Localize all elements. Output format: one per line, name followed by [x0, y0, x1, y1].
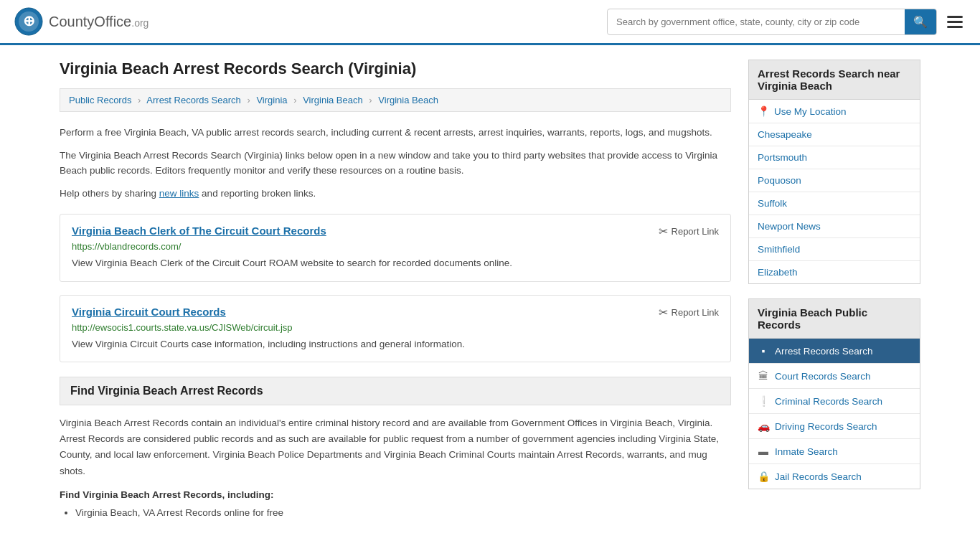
sidebar-nearby-newport-news[interactable]: Newport News [749, 215, 920, 238]
menu-button[interactable] [944, 13, 966, 31]
record-url-0[interactable]: https://vblandrecords.com/ [72, 241, 719, 252]
search-input[interactable] [608, 11, 905, 33]
sidebar-public-records-section: Virginia Beach Public Records ▪ Arrest R… [748, 298, 920, 489]
sep-1: › [138, 95, 141, 105]
sidebar-link-court-records[interactable]: 🏛 Court Records Search [749, 364, 920, 389]
sidebar-nearby-links: 📍 Use My Location Chesapeake Portsmouth … [748, 100, 920, 284]
inmate-search-icon: ▬ [758, 446, 769, 457]
record-desc-0: View Virginia Beach Clerk of the Circuit… [72, 256, 719, 270]
sidebar-link-jail-records[interactable]: 🔒 Jail Records Search [749, 464, 920, 489]
criminal-records-icon: ❕ [758, 395, 769, 407]
header-right: 🔍 [607, 9, 966, 35]
sep-3: › [293, 95, 296, 105]
record-card-1: Virginia Circuit Court Records ✂ Report … [60, 295, 731, 362]
record-url-1[interactable]: http://ewsocis1.courts.state.va.us/CJISW… [72, 322, 719, 333]
breadcrumb-public-records[interactable]: Public Records [69, 95, 131, 105]
sidebar-link-driving-records[interactable]: 🚗 Driving Records Search [749, 414, 920, 439]
report-icon-1: ✂ [659, 306, 668, 319]
arrest-records-icon: ▪ [758, 345, 769, 357]
location-pin-icon: 📍 [758, 105, 770, 117]
find-section-body: Virginia Beach Arrest Records contain an… [60, 415, 731, 479]
menu-line-2 [947, 21, 963, 23]
sep-4: › [369, 95, 372, 105]
record-title-1[interactable]: Virginia Circuit Court Records [72, 306, 226, 318]
sep-2: › [247, 95, 250, 105]
logo-name: CountyOffice [49, 14, 131, 29]
report-icon-0: ✂ [659, 225, 668, 238]
arrest-records-label: Arrest Records Search [775, 346, 873, 357]
court-records-label: Court Records Search [775, 371, 871, 382]
driving-records-icon: 🚗 [758, 420, 769, 432]
sidebar-nearby-portsmouth[interactable]: Portsmouth [749, 146, 920, 169]
main-container: Virginia Beach Arrest Records Search (Vi… [45, 45, 935, 537]
bullet-list: Virginia Beach, VA Arrest Records online… [60, 506, 731, 520]
sidebar-nearby-poquoson[interactable]: Poquoson [749, 169, 920, 192]
breadcrumb: Public Records › Arrest Records Search ›… [60, 88, 731, 112]
sidebar-nearby-section: Arrest Records Search near Virginia Beac… [748, 60, 920, 284]
breadcrumb-virginia-beach-2[interactable]: Virginia Beach [378, 95, 438, 105]
report-link-0[interactable]: ✂ Report Link [659, 225, 719, 238]
intro-prefix: Help others by sharing [60, 188, 159, 199]
logo-icon: ⊕ [14, 7, 43, 36]
sidebar-link-arrest-records[interactable]: ▪ Arrest Records Search [749, 339, 920, 364]
breadcrumb-arrest-records[interactable]: Arrest Records Search [146, 95, 241, 105]
new-links-link[interactable]: new links [159, 188, 199, 199]
sidebar-link-inmate-search[interactable]: ▬ Inmate Search [749, 439, 920, 464]
inmate-search-label: Inmate Search [775, 446, 838, 457]
use-my-location-label: Use My Location [774, 106, 847, 117]
report-label-0: Report Link [672, 226, 719, 237]
sidebar-public-records-title: Virginia Beach Public Records [748, 298, 920, 339]
criminal-records-label: Criminal Records Search [775, 396, 882, 407]
intro-text-2: The Virginia Beach Arrest Records Search… [60, 148, 731, 179]
record-card-header-0: Virginia Beach Clerk of The Circuit Cour… [72, 225, 719, 238]
intro-suffix: and reporting broken links. [199, 188, 316, 199]
sidebar-nearby-elizabeth[interactable]: Elizabeth [749, 261, 920, 283]
find-section-bold: Find Virginia Beach Arrest Records, incl… [60, 489, 731, 500]
intro-text-1: Perform a free Virginia Beach, VA public… [60, 125, 731, 141]
find-section: Find Virginia Beach Arrest Records Virgi… [60, 377, 731, 520]
sidebar-link-criminal-records[interactable]: ❕ Criminal Records Search [749, 389, 920, 414]
sidebar: Arrest Records Search near Virginia Beac… [748, 60, 920, 522]
report-label-1: Report Link [672, 307, 719, 318]
driving-records-label: Driving Records Search [775, 421, 877, 432]
logo-area: ⊕ CountyOffice.org [14, 7, 149, 36]
record-card-header-1: Virginia Circuit Court Records ✂ Report … [72, 306, 719, 319]
report-link-1[interactable]: ✂ Report Link [659, 306, 719, 319]
site-header: ⊕ CountyOffice.org 🔍 [0, 0, 980, 45]
record-card-0: Virginia Beach Clerk of The Circuit Cour… [60, 214, 731, 281]
sidebar-nearby-suffolk[interactable]: Suffolk [749, 192, 920, 215]
jail-records-label: Jail Records Search [775, 471, 862, 482]
record-desc-1: View Virginia Circuit Courts case inform… [72, 337, 719, 352]
logo-suffix: .org [131, 17, 149, 29]
jail-records-icon: 🔒 [758, 471, 769, 482]
logo-text: CountyOffice.org [49, 14, 149, 30]
bullet-item-0: Virginia Beach, VA Arrest Records online… [75, 506, 731, 520]
page-title: Virginia Beach Arrest Records Search (Vi… [60, 60, 731, 78]
menu-line-3 [947, 26, 963, 28]
sidebar-public-records-links: ▪ Arrest Records Search 🏛 Court Records … [748, 339, 920, 489]
breadcrumb-virginia[interactable]: Virginia [256, 95, 287, 105]
find-section-title: Find Virginia Beach Arrest Records [60, 377, 731, 405]
sidebar-nearby-smithfield[interactable]: Smithfield [749, 238, 920, 261]
sidebar-nearby-title: Arrest Records Search near Virginia Beac… [748, 60, 920, 100]
sidebar-nearby-chesapeake[interactable]: Chesapeake [749, 123, 920, 146]
intro-text-3: Help others by sharing new links and rep… [60, 186, 731, 202]
breadcrumb-virginia-beach-1[interactable]: Virginia Beach [303, 95, 363, 105]
svg-text:⊕: ⊕ [23, 13, 35, 29]
main-content: Virginia Beach Arrest Records Search (Vi… [60, 60, 731, 522]
search-button[interactable]: 🔍 [905, 9, 936, 34]
record-title-0[interactable]: Virginia Beach Clerk of The Circuit Cour… [72, 225, 326, 237]
court-records-icon: 🏛 [758, 370, 769, 382]
sidebar-use-my-location[interactable]: 📍 Use My Location [749, 100, 920, 123]
search-bar: 🔍 [607, 9, 937, 35]
menu-line-1 [947, 16, 963, 18]
